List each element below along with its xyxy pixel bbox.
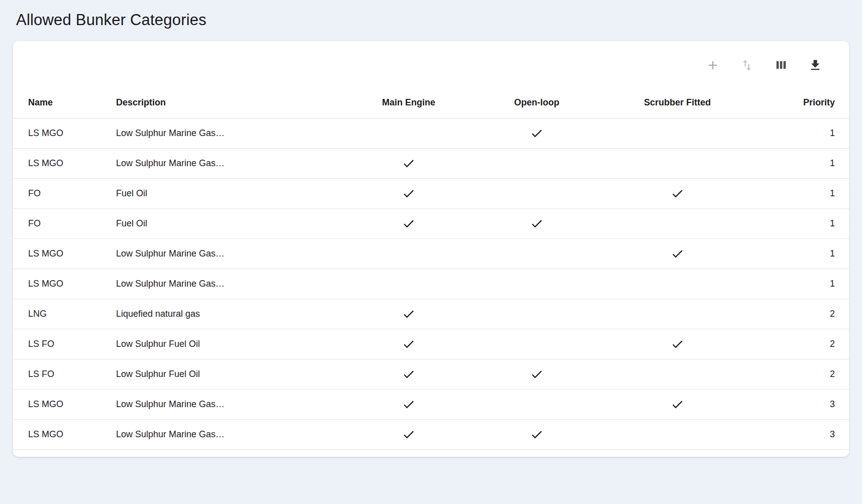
cell-name: LS MGO — [13, 420, 116, 450]
cell-scrubber-fitted — [601, 329, 754, 359]
cell-description: Liquefied natural gas — [116, 299, 345, 329]
cell-scrubber-fitted — [601, 179, 754, 209]
cell-name: LS MGO — [13, 118, 116, 149]
check-icon — [402, 337, 415, 351]
cell-priority: 1 — [754, 269, 849, 299]
check-icon — [671, 187, 684, 200]
check-icon — [671, 337, 684, 351]
table-row[interactable]: FO Fuel Oil 1 — [13, 209, 849, 239]
cell-description: Low Sulphur Marine Gas… — [116, 420, 345, 450]
page: Allowed Bunker Categories — [0, 0, 862, 470]
check-icon — [530, 127, 544, 140]
table-row[interactable]: LS MGO Low Sulphur Marine Gas… 1 — [13, 149, 849, 179]
cell-name: LNG — [13, 299, 116, 329]
cell-open-loop — [473, 118, 601, 149]
column-header-open-loop[interactable]: Open-loop — [473, 92, 601, 118]
cell-scrubber-fitted — [601, 299, 754, 329]
cell-priority: 3 — [754, 420, 849, 450]
cell-open-loop — [473, 329, 601, 359]
column-header-description[interactable]: Description — [116, 92, 345, 118]
cell-open-loop — [473, 390, 601, 420]
cell-description: Low Sulphur Marine Gas… — [116, 118, 345, 149]
cell-open-loop — [473, 149, 601, 179]
table-row[interactable]: LS MGO Low Sulphur Marine Gas… 1 — [13, 239, 849, 269]
column-header-priority[interactable]: Priority — [754, 92, 849, 118]
cell-priority: 3 — [754, 390, 849, 420]
cell-description: Fuel Oil — [116, 209, 345, 239]
table-row[interactable]: LS MGO Low Sulphur Marine Gas… 3 — [13, 420, 849, 450]
cell-priority: 2 — [754, 299, 849, 329]
table-row[interactable]: FO Fuel Oil 1 — [13, 179, 849, 209]
cell-open-loop — [473, 209, 601, 239]
cell-name: FO — [13, 209, 116, 239]
check-icon — [402, 428, 415, 441]
cell-open-loop — [473, 269, 601, 299]
cell-name: LS FO — [13, 359, 116, 390]
cell-main-engine — [345, 179, 473, 209]
cell-open-loop — [473, 359, 601, 390]
cell-open-loop — [473, 179, 601, 209]
cell-main-engine — [345, 209, 473, 239]
cell-description: Low Sulphur Fuel Oil — [116, 329, 345, 359]
cell-open-loop — [473, 420, 601, 450]
cell-priority: 1 — [754, 179, 849, 209]
cell-main-engine — [345, 269, 473, 299]
add-icon — [706, 58, 720, 74]
check-icon — [402, 307, 415, 321]
table-body: LS MGO Low Sulphur Marine Gas… 1 LS MGO … — [13, 118, 849, 450]
table-row[interactable]: LS MGO Low Sulphur Marine Gas… 1 — [13, 118, 849, 149]
table-row[interactable]: LS FO Low Sulphur Fuel Oil 2 — [13, 329, 849, 359]
table-row[interactable]: LS FO Low Sulphur Fuel Oil 2 — [13, 359, 849, 390]
cell-scrubber-fitted — [601, 209, 754, 239]
cell-scrubber-fitted — [601, 359, 754, 390]
cell-name: LS MGO — [13, 149, 116, 179]
cell-description: Low Sulphur Fuel Oil — [116, 359, 345, 390]
cell-name: LS MGO — [13, 390, 116, 420]
check-icon — [671, 398, 684, 411]
cell-main-engine — [345, 390, 473, 420]
check-icon — [530, 217, 544, 230]
check-icon — [402, 398, 415, 411]
cell-main-engine — [345, 420, 473, 450]
column-header-scrubber-fitted[interactable]: Scrubber Fitted — [601, 92, 754, 118]
cell-main-engine — [345, 149, 473, 179]
table-row[interactable]: LNG Liquefied natural gas 2 — [13, 299, 849, 329]
cell-description: Fuel Oil — [116, 179, 345, 209]
sort-button[interactable] — [735, 54, 759, 77]
check-icon — [402, 367, 415, 381]
cell-open-loop — [473, 299, 601, 329]
cell-priority: 1 — [754, 149, 849, 179]
cell-name: LS FO — [13, 329, 116, 359]
cell-scrubber-fitted — [601, 118, 754, 149]
cell-description: Low Sulphur Marine Gas… — [116, 390, 345, 420]
cell-description: Low Sulphur Marine Gas… — [116, 269, 345, 299]
cell-scrubber-fitted — [601, 239, 754, 269]
columns-button[interactable] — [770, 54, 793, 77]
cell-priority: 1 — [754, 209, 849, 239]
cell-main-engine — [345, 299, 473, 329]
check-icon — [530, 367, 544, 381]
table-row[interactable]: LS MGO Low Sulphur Marine Gas… 3 — [13, 390, 849, 420]
bunker-categories-table: Name Description Main Engine Open-loop S… — [13, 92, 849, 450]
cell-scrubber-fitted — [601, 269, 754, 299]
table-header-row: Name Description Main Engine Open-loop S… — [13, 92, 849, 118]
column-header-name[interactable]: Name — [13, 92, 116, 118]
page-title: Allowed Bunker Categories — [16, 11, 849, 29]
check-icon — [402, 187, 415, 200]
add-button[interactable] — [701, 54, 724, 77]
download-button[interactable] — [804, 54, 827, 77]
cell-description: Low Sulphur Marine Gas… — [116, 149, 345, 179]
table-toolbar — [13, 52, 849, 77]
check-icon — [530, 428, 544, 441]
table-row[interactable]: LS MGO Low Sulphur Marine Gas… 1 — [13, 269, 849, 299]
cell-open-loop — [473, 239, 601, 269]
cell-priority: 1 — [754, 118, 849, 149]
cell-scrubber-fitted — [601, 149, 754, 179]
sort-icon — [740, 58, 754, 74]
cell-name: LS MGO — [13, 269, 116, 299]
download-icon — [808, 58, 822, 74]
column-header-main-engine[interactable]: Main Engine — [345, 92, 473, 118]
columns-icon — [774, 58, 788, 74]
cell-main-engine — [345, 118, 473, 149]
cell-main-engine — [345, 329, 473, 359]
